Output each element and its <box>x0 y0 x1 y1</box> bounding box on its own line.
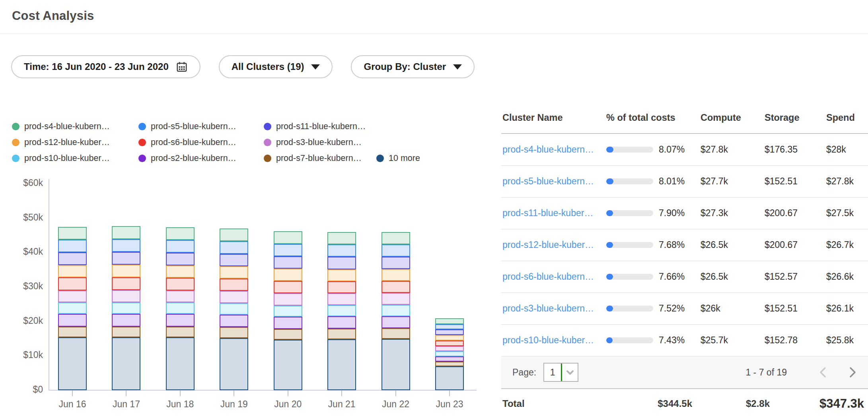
cost-stacked-bar-chart: $0$10k$20k$30k$40k$50k$60kJun 16Jun 17Ju… <box>0 179 489 418</box>
bar-segment-prod-s4 <box>435 318 464 324</box>
storage-cell: $200.67 <box>765 208 826 219</box>
bar-segment-prod-s4 <box>58 227 87 240</box>
bar-segment-prod-s11 <box>220 254 248 266</box>
bar-segment-prod-s12 <box>327 269 356 281</box>
y-axis-tick: $0 <box>0 384 43 395</box>
stacked-bar-jun-16 <box>58 227 87 390</box>
x-axis-tick <box>449 391 450 396</box>
cluster-name-link[interactable]: prod-s11-blue-kuber… <box>502 208 593 218</box>
percent-cell: 7.52% <box>606 303 701 314</box>
compute-cell: $26.5k <box>701 240 765 250</box>
bar-segment-prod-s11 <box>381 257 410 269</box>
legend-item-prod-s4: prod-s4-blue-kubern… <box>12 122 138 132</box>
bar-segment-10-more <box>274 340 302 390</box>
bar-segment-prod-s7 <box>327 329 356 339</box>
bar-segment-prod-s12 <box>112 265 140 277</box>
x-axis-label: Jun 19 <box>212 399 256 410</box>
time-range-label: Time: 16 Jun 2020 - 23 Jun 2020 <box>24 61 169 72</box>
bar-segment-prod-s5 <box>435 324 464 330</box>
cluster-name-link[interactable]: prod-s4-blue-kubern… <box>502 144 594 155</box>
y-axis-tick: $40k <box>0 246 43 257</box>
bar-segment-prod-s6 <box>381 281 410 293</box>
bar-segment-10-more <box>220 338 248 390</box>
legend-dot-icon <box>12 123 19 130</box>
chart-legend: prod-s4-blue-kubern…prod-s5-blue-kubern…… <box>12 118 489 166</box>
calendar-icon <box>176 61 188 73</box>
time-range-button[interactable]: Time: 16 Jun 2020 - 23 Jun 2020 <box>11 55 200 78</box>
clusters-dropdown[interactable]: All Clusters (19) <box>219 55 333 78</box>
stacked-bar-jun-21 <box>327 232 356 390</box>
total-storage: $2.8k <box>692 398 770 409</box>
next-page-button[interactable] <box>847 366 858 379</box>
percent-progress-bar <box>606 242 653 248</box>
x-axis-tick <box>341 391 342 396</box>
stacked-bar-jun-22 <box>381 232 410 390</box>
cluster-name-cell: prod-s12-blue-kuber… <box>501 240 606 250</box>
table-body: prod-s4-blue-kubern…8.07%$27.8k$176.35$2… <box>501 134 868 356</box>
column-header-spend: Spend <box>826 112 868 123</box>
bar-segment-prod-s12 <box>58 265 87 277</box>
legend-dot-icon <box>264 139 271 146</box>
column-header-percent: % of total costs <box>606 112 701 123</box>
page-select[interactable]: 1 <box>543 363 578 382</box>
spend-cell: $27.8k <box>826 176 868 187</box>
cluster-name-link[interactable]: prod-s3-blue-kubern… <box>502 303 594 314</box>
bar-segment-prod-s6 <box>220 279 248 291</box>
percent-cell: 8.01% <box>606 176 701 187</box>
total-label: Total <box>501 398 606 409</box>
legend-label: prod-s7-blue-kubern… <box>276 153 362 163</box>
legend-label: 10 more <box>389 153 420 163</box>
bar-segment-prod-s3 <box>112 290 140 302</box>
compute-cell: $27.8k <box>701 144 765 155</box>
percent-value: 7.66% <box>659 271 685 282</box>
cluster-name-link[interactable]: prod-s10-blue-kuber… <box>502 335 594 345</box>
percent-cell: 7.90% <box>606 208 701 219</box>
stacked-bar-jun-19 <box>220 228 248 390</box>
legend-item-prod-s11: prod-s11-blue-kubern… <box>264 122 366 132</box>
y-axis-line <box>49 179 49 391</box>
bar-segment-prod-s3 <box>381 293 410 304</box>
cluster-name-link[interactable]: prod-s5-blue-kubern… <box>502 176 594 186</box>
cluster-name-link[interactable]: prod-s12-blue-kuber… <box>502 240 594 250</box>
y-axis-tick: $30k <box>0 281 43 292</box>
column-header-compute: Compute <box>701 112 765 123</box>
chevron-left-icon <box>818 366 828 379</box>
legend-item-prod-s12: prod-s12-blue-kuber… <box>12 137 138 147</box>
filter-bar: Time: 16 Jun 2020 - 23 Jun 2020 All Clus… <box>11 55 868 78</box>
table-row: prod-s12-blue-kuber…7.68%$26.5k$200.67$2… <box>501 229 868 261</box>
bar-segment-prod-s7 <box>435 362 464 366</box>
bar-segment-prod-s12 <box>435 335 464 341</box>
table-row: prod-s6-blue-kubern…7.66%$26.5k$152.57$2… <box>501 261 868 293</box>
bar-segment-prod-s10 <box>381 305 410 316</box>
legend-dot-icon <box>264 155 271 162</box>
cluster-name-cell: prod-s11-blue-kuber… <box>501 208 606 219</box>
bar-segment-prod-s7 <box>274 329 302 340</box>
percent-value: 7.43% <box>659 335 685 346</box>
bar-segment-prod-s11 <box>435 329 464 335</box>
percent-cell: 7.68% <box>606 240 701 250</box>
bar-segment-10-more <box>327 339 356 390</box>
spend-cell: $26.1k <box>826 303 868 314</box>
y-axis-tick: $10k <box>0 350 43 360</box>
bar-segment-prod-s12 <box>220 266 248 279</box>
group-by-dropdown[interactable]: Group By: Cluster <box>351 55 475 78</box>
bar-segment-prod-s5 <box>58 240 87 252</box>
legend-dot-icon <box>138 123 146 130</box>
cluster-name-link[interactable]: prod-s6-blue-kubern… <box>502 271 594 282</box>
legend-item-prod-s3: prod-s3-blue-kubern… <box>264 137 362 147</box>
x-axis-tick <box>72 391 73 396</box>
storage-cell: $200.67 <box>765 240 826 250</box>
legend-item-prod-s7: prod-s7-blue-kubern… <box>264 153 376 163</box>
pagination-range: 1 - 7 of 19 <box>745 367 787 378</box>
previous-page-button[interactable] <box>818 366 828 379</box>
stacked-bar-jun-17 <box>112 226 140 390</box>
bar-segment-prod-s6 <box>327 281 356 293</box>
x-axis-label: Jun 18 <box>158 399 202 410</box>
bar-segment-prod-s2 <box>166 314 195 326</box>
table-row: prod-s5-blue-kubern…8.01%$27.7k$152.51$2… <box>501 166 868 197</box>
storage-cell: $152.51 <box>765 176 826 187</box>
legend-dot-icon <box>138 139 146 146</box>
bar-segment-prod-s7 <box>220 327 248 338</box>
legend-item-prod-s6: prod-s6-blue-kubern… <box>138 137 264 147</box>
table-row: prod-s4-blue-kubern…8.07%$27.8k$176.35$2… <box>501 134 868 166</box>
